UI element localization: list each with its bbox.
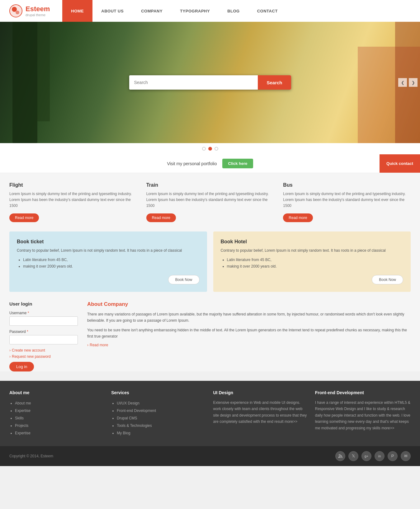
book-hotel-title: Book Hotel [221,239,403,245]
three-columns: Flight Lorem Ipsum is simply dummy text … [9,182,411,222]
footer-frontend-title: Front-end Development [315,390,411,395]
login-button[interactable]: Log in [9,362,34,371]
bus-title: Bus [283,182,411,188]
hero-section: Search ❮ ❯ [0,22,420,143]
quick-contact-button[interactable]: Quick contact [380,154,420,173]
social-icons: 𝕏 g+ in P ✉ [335,451,411,461]
header: Esteem drupal theme HOME ABOUT US COMPAN… [0,0,420,22]
rss-icon[interactable] [335,451,345,461]
book-ticket-text: Contrary to popular belief, Lorem Ipsum … [17,248,200,254]
google-plus-icon[interactable]: g+ [361,451,371,461]
create-account-link[interactable]: › Create new account [9,348,78,353]
hero-next-button[interactable]: ❯ [409,78,418,87]
link-arrow-icon: › [87,343,88,347]
pinterest-icon[interactable]: P [388,451,398,461]
hero-prev-button[interactable]: ❮ [398,78,407,87]
password-label: Password * [9,329,78,334]
list-item: Latin literature from 45 BC, [23,257,200,264]
main-nav: HOME ABOUT US COMPANY TYPOGRAPHY BLOG CO… [62,0,286,22]
hero-dots [0,143,420,154]
linkedin-icon[interactable]: in [375,451,385,461]
train-text: Lorem Ipsum is simply dummy text of the … [146,191,274,209]
logo[interactable]: Esteem drupal theme [9,4,50,17]
booking-section: Book ticket Contrary to popular belief, … [9,231,411,292]
list-item[interactable]: Front-end Development [117,407,207,414]
logo-sub: drupal theme [26,13,50,17]
col-flight: Flight Lorem Ipsum is simply dummy text … [9,182,137,222]
required-mark: * [28,311,29,315]
portfolio-text: Visit my personal portfolio [167,161,217,166]
about-para1: There are many variations of passages of… [87,311,411,324]
password-input[interactable] [9,335,78,344]
footer-col-about: About me About me Expertise Skills Proje… [9,390,105,437]
book-hotel-card: Book Hotel Contrary to popular belief, L… [213,231,411,292]
footer-col-ui: UI Design Extensive experience in Web an… [213,390,309,437]
twitter-icon[interactable]: 𝕏 [348,451,358,461]
book-hotel-list: Latin literature from 45 BC, making it o… [227,257,403,270]
username-input[interactable] [9,316,78,326]
svg-point-2 [12,7,17,12]
logo-name: Esteem [26,5,50,13]
footer-col-frontend: Front-end Development I have a range of … [315,390,411,437]
dot-2[interactable] [208,147,212,151]
about-para2: You need to be sure there isn't anything… [87,327,411,340]
footer-services-title: Services [111,390,207,395]
footer-about-list: About me Expertise Skills Projects Exper… [15,399,105,437]
flight-read-more-button[interactable]: Read more [9,213,39,222]
link-arrow-icon: › [9,354,11,359]
main-content: Flight Lorem Ipsum is simply dummy text … [0,173,420,371]
list-item[interactable]: Expertise [15,407,105,414]
list-item: making it over 2000 years old. [23,263,200,270]
footer-about-title: About me [9,390,105,395]
book-ticket-card: Book ticket Contrary to popular belief, … [9,231,207,292]
bus-read-more-button[interactable]: Read more [283,213,313,222]
list-item[interactable]: Projects [15,422,105,429]
book-ticket-title: Book ticket [17,239,200,245]
dot-1[interactable] [202,147,206,151]
col-train: Train Lorem Ipsum is simply dummy text o… [146,182,274,222]
book-ticket-list: Latin literature from 45 BC, making it o… [23,257,200,270]
list-item[interactable]: Tools & Technologies [117,422,207,429]
nav-contact[interactable]: CONTACT [248,0,286,22]
footer: About me About me Expertise Skills Proje… [0,381,420,466]
search-input[interactable] [129,75,258,90]
footer-frontend-text: I have a range of interest and experienc… [315,399,411,431]
flight-text: Lorem Ipsum is simply dummy text of the … [9,191,137,209]
list-item[interactable]: Expertise [15,429,105,437]
footer-col-services: Services UI/UX Design Front-end Developm… [111,390,207,437]
book-ticket-button[interactable]: Book Now [168,275,200,284]
copyright-text: Copyright © 2014, Esteem [9,454,53,458]
nav-typography[interactable]: TYPOGRAPHY [171,0,219,22]
user-login-section: User login Username * Password * › Creat… [9,301,78,371]
username-label: Username * [9,311,78,315]
footer-ui-text: Extensive experience in Web and mobile U… [213,399,309,425]
login-title: User login [9,301,78,306]
link-arrow-icon: › [9,348,11,353]
nav-company[interactable]: COMPANY [132,0,171,22]
email-icon[interactable]: ✉ [401,451,411,461]
list-item[interactable]: Drupal CMS [117,414,207,422]
search-button[interactable]: Search [258,75,291,90]
flight-title: Flight [9,182,137,188]
list-item[interactable]: My Blog [117,429,207,437]
list-item: making it over 2000 years old. [227,263,403,270]
train-read-more-button[interactable]: Read more [146,213,176,222]
about-company-title: About Company [87,301,411,307]
dot-3[interactable] [215,147,218,151]
click-here-button[interactable]: Click here [222,159,253,168]
about-read-more-link[interactable]: › Read more [87,343,411,347]
nav-blog[interactable]: BLOG [219,0,248,22]
logo-icon [9,4,22,17]
list-item: Latin literature from 45 BC, [227,257,403,264]
nav-home[interactable]: HOME [62,0,92,22]
list-item[interactable]: About me [15,399,105,407]
list-item[interactable]: Skills [15,414,105,422]
list-item[interactable]: UI/UX Design [117,399,207,407]
book-hotel-button[interactable]: Book Now [372,275,403,284]
portfolio-bar: Visit my personal portfolio Click here Q… [0,154,420,173]
nav-about[interactable]: ABOUT US [92,0,132,22]
col-bus: Bus Lorem Ipsum is simply dummy text of … [283,182,411,222]
bus-text: Lorem Ipsum is simply dummy text of the … [283,191,411,209]
reset-password-link[interactable]: › Request new password [9,354,78,359]
footer-services-list: UI/UX Design Front-end Development Drupa… [117,399,207,437]
